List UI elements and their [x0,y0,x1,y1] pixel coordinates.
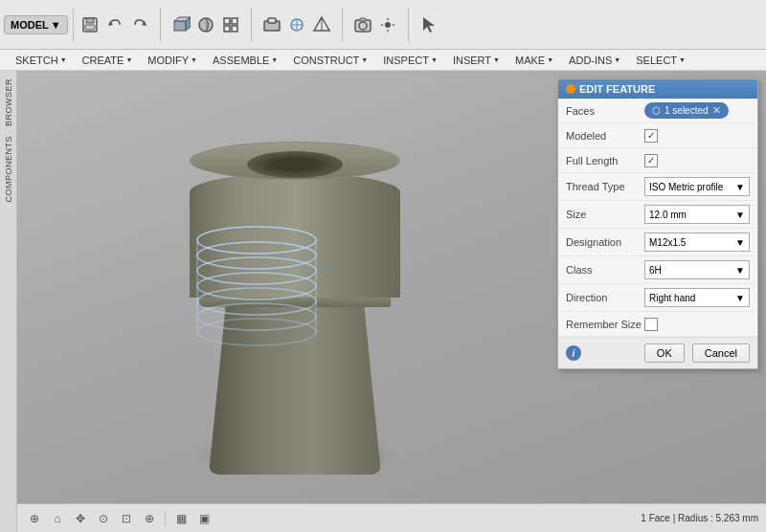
direction-value: Right hand ▼ [644,288,750,307]
cancel-button[interactable]: Cancel [692,344,750,363]
top-toolbar: MODEL ▼ [0,0,766,50]
thread-arrow-indicator: → [314,254,333,276]
view-cube-icon[interactable] [169,13,192,36]
faces-count: ⬡ [652,105,661,116]
designation-dropdown[interactable]: M12x1.5 ▼ [644,233,750,252]
menu-modify[interactable]: MODIFY ▼ [140,53,205,68]
direction-row: Direction Right hand ▼ [558,284,757,312]
modeled-row: Modeled ✓ [558,123,757,148]
svg-point-27 [197,257,316,284]
display-mode-icon[interactable] [194,13,217,36]
construct-icon[interactable] [310,13,333,36]
svg-rect-1 [86,18,94,23]
sketch-icon[interactable] [285,13,308,36]
status-bar: ⊕ ⌂ ✥ ⊙ ⊡ ⊕ ▦ ▣ 1 Face | Radius : 5.263 … [17,503,766,532]
zoom-in-icon[interactable]: ⊕ [140,509,159,528]
edit-feature-panel: EDIT FEATURE Faces ⬡ 1 selected ✕ Modele… [557,78,758,369]
model-dropdown[interactable]: MODEL ▼ [4,15,68,34]
menu-sketch[interactable]: SKETCH ▼ [8,53,75,68]
home-icon[interactable]: ⌂ [48,509,67,528]
svg-marker-3 [108,21,113,26]
thread-type-arrow: ▼ [735,182,745,192]
size-arrow: ▼ [735,210,745,220]
zoom-icon[interactable]: ⊙ [94,509,113,528]
panel-title: EDIT FEATURE [579,83,655,95]
panel-icon [566,84,575,94]
remember-size-label: Remember Size [566,319,644,330]
menu-make[interactable]: MAKE ▼ [507,53,561,68]
full-length-label: Full Length [566,155,644,166]
menu-construct[interactable]: CONSTRUCT ▼ [285,53,375,68]
full-length-value: ✓ [644,154,750,167]
menu-inspect[interactable]: INSPECT ▼ [375,53,445,68]
direction-arrow: ▼ [735,293,745,303]
size-value: 12.0 mm ▼ [644,205,750,224]
select-icon[interactable] [417,13,440,36]
faces-badge[interactable]: ⬡ 1 selected ✕ [644,102,729,119]
menu-insert[interactable]: INSERT ▼ [445,53,507,68]
status-info-text: 1 Face | Radius : 5.263 mm [641,513,758,523]
svg-point-29 [197,288,316,315]
svg-point-31 [197,319,316,345]
thread-type-label: Thread Type [566,181,644,192]
full-length-row: Full Length ✓ [558,148,757,173]
view-options-icon[interactable]: ▦ [171,509,191,528]
svg-point-23 [385,22,391,28]
designation-label: Designation [566,236,644,248]
view-icons [169,13,242,36]
svg-point-30 [197,303,316,330]
remember-size-checkbox[interactable] [644,318,658,331]
class-dropdown[interactable]: 6H ▼ [644,260,750,279]
thread-type-row: Thread Type ISO Metric profile ▼ [558,173,757,201]
svg-rect-11 [224,26,230,32]
orbit-icon[interactable]: ⊕ [25,509,44,528]
save-icon[interactable] [79,13,101,36]
settings-icon[interactable] [376,13,399,36]
display-options-icon[interactable]: ▣ [194,509,214,528]
designation-row: Designation M12x1.5 ▼ [558,229,757,256]
quick-access-icons [79,13,151,36]
ok-button[interactable]: OK [644,344,685,363]
menu-create[interactable]: CREATE ▼ [75,53,141,68]
status-sep [165,511,166,526]
full-length-checkbox[interactable]: ✓ [644,154,658,167]
menu-addins[interactable]: ADD-INS ▼ [561,53,628,68]
faces-clear-button[interactable]: ✕ [712,104,721,117]
thread-hole [247,151,343,178]
grid-icon[interactable] [219,13,242,36]
browser-tab[interactable]: BROWSER [2,75,15,130]
undo-icon[interactable] [103,13,126,36]
pan-icon[interactable]: ✥ [71,509,90,528]
info-button[interactable]: i [566,345,581,361]
thread-spirals [166,221,357,355]
camera-icon[interactable] [351,13,374,36]
menu-assemble[interactable]: ASSEMBLE ▼ [205,53,285,68]
svg-rect-22 [360,18,366,21]
class-value: 6H ▼ [644,260,750,279]
direction-dropdown[interactable]: Right hand ▼ [644,288,750,307]
model-label: MODEL [11,19,49,31]
main-area: BROWSER COMPONENTS [0,71,766,532]
remember-size-row: Remember Size [558,312,757,337]
redo-icon[interactable] [128,13,151,36]
components-tab[interactable]: COMPONENTS [2,132,15,207]
remember-size-value [644,318,750,331]
camera-icons [351,13,399,36]
left-sidebar: BROWSER COMPONENTS [0,71,17,532]
component-icon[interactable] [260,13,283,36]
size-text: 12.0 mm [649,210,687,220]
designation-arrow: ▼ [735,237,745,248]
zoom-fit-icon[interactable]: ⊡ [117,509,136,528]
faces-value: ⬡ 1 selected ✕ [644,102,750,119]
menu-select[interactable]: SELECT ▼ [628,53,693,68]
model-arrow: ▼ [51,19,61,31]
svg-rect-10 [232,18,237,24]
viewport[interactable]: → Z RIGHT EDIT FEATURE [17,71,766,532]
svg-rect-9 [224,18,230,24]
toolbar-separator-2 [160,8,161,42]
modeled-checkbox[interactable]: ✓ [644,129,658,143]
class-label: Class [566,264,644,276]
size-dropdown[interactable]: 12.0 mm ▼ [644,205,750,224]
thread-type-dropdown[interactable]: ISO Metric profile ▼ [644,177,750,196]
size-label: Size [566,209,644,220]
